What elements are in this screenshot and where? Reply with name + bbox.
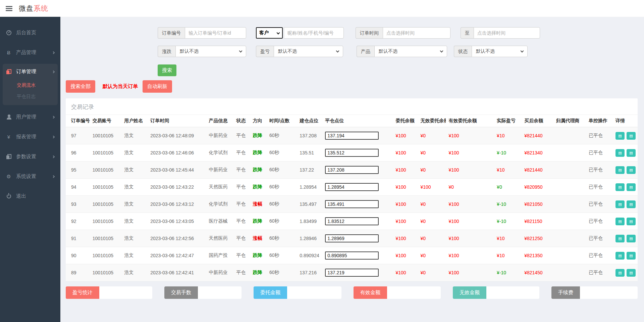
cell-status: 平仓 bbox=[234, 179, 250, 196]
brand-part2: 系统 bbox=[34, 4, 48, 12]
time-end-input[interactable] bbox=[474, 27, 540, 39]
detail-button[interactable]: ▤ bbox=[615, 149, 625, 157]
to-label: 至 bbox=[461, 27, 474, 39]
orders-icon bbox=[5, 69, 12, 74]
sidebar-item[interactable]: 退出 bbox=[0, 188, 60, 205]
stat-group-有效金额: 有效金额 bbox=[354, 286, 441, 299]
filter-select-box[interactable]: 默认不选 bbox=[175, 46, 246, 57]
close-price-input[interactable] bbox=[325, 149, 379, 157]
user-icon bbox=[5, 114, 12, 120]
close-price-input[interactable] bbox=[325, 234, 379, 242]
cell-invalid-entrust: ¥100 bbox=[418, 179, 446, 196]
cell-order-id: 91 bbox=[66, 230, 90, 247]
filter-select-box[interactable]: 默认不选 bbox=[374, 46, 447, 57]
cell-order-time: 2023-03-06 12:48:09 bbox=[148, 127, 206, 144]
detail-icon: ▤ bbox=[629, 168, 633, 172]
footer-stats: 盈亏统计交易手数委托金额有效金额无效金额手续费 bbox=[66, 286, 638, 299]
detail-button-2[interactable]: ▤ bbox=[627, 252, 636, 260]
cell-close-price bbox=[322, 213, 393, 230]
filter-select-box[interactable]: 默认不选 bbox=[472, 46, 528, 57]
cell-control-status: 已平仓 bbox=[586, 162, 613, 179]
table-row: 96 10010105 浩文 2023-03-06 12:46:06 化学试剂 … bbox=[66, 144, 638, 162]
cell-detail: ▤▤ bbox=[613, 247, 638, 264]
detail-button[interactable]: ▤ bbox=[615, 166, 625, 174]
stat-label: 委托金额 bbox=[254, 286, 287, 299]
detail-button-2[interactable]: ▤ bbox=[627, 269, 636, 277]
detail-button-2[interactable]: ▤ bbox=[627, 218, 636, 225]
search-all-button[interactable]: 搜索全部 bbox=[66, 80, 95, 93]
filter-select-box[interactable]: 默认不选 bbox=[274, 46, 343, 57]
sidebar-submenu: 订单管理交易流水平仓日志 bbox=[3, 64, 58, 105]
filter-select-涨跌: 涨跌默认不选 bbox=[158, 46, 246, 57]
cell-agent bbox=[553, 264, 586, 281]
sidebar-item[interactable]: 参数设置 bbox=[0, 148, 60, 165]
column-header: 交易账号 bbox=[90, 115, 121, 127]
close-price-input[interactable] bbox=[325, 217, 379, 225]
chevron-down-icon bbox=[521, 49, 524, 53]
detail-button[interactable]: ▤ bbox=[615, 218, 625, 225]
cell-valid-entrust: ¥100 bbox=[446, 247, 494, 264]
close-price-input[interactable] bbox=[325, 269, 379, 277]
cell-detail: ▤▤ bbox=[613, 264, 638, 281]
direction-cell: 跌降 bbox=[250, 144, 267, 162]
sidebar-item[interactable]: ¥报表管理 bbox=[0, 128, 60, 145]
detail-button[interactable]: ▤ bbox=[615, 252, 625, 260]
client-type-select[interactable]: 客户 bbox=[256, 27, 283, 39]
column-header: 用户姓名 bbox=[121, 115, 148, 127]
column-header: 买后余额 bbox=[522, 115, 553, 127]
sidebar-item[interactable]: ⚙系统设置 bbox=[0, 168, 60, 185]
filter-select-label: 产品 bbox=[357, 46, 374, 57]
cell-valid-entrust: ¥100 bbox=[446, 213, 494, 230]
detail-button-2[interactable]: ▤ bbox=[627, 200, 636, 208]
detail-icon: ▤ bbox=[629, 202, 633, 206]
order-no-filter: 订单编号 bbox=[158, 27, 246, 39]
power-icon bbox=[5, 194, 12, 198]
cell-status: 平仓 bbox=[234, 213, 250, 230]
search-button[interactable]: 搜索 bbox=[158, 64, 176, 76]
sidebar-item[interactable]: 订单管理 bbox=[3, 64, 58, 80]
close-price-input[interactable] bbox=[325, 200, 379, 208]
close-price-input[interactable] bbox=[325, 166, 379, 174]
cell-agent bbox=[553, 247, 586, 264]
card-title: 交易记录 bbox=[66, 98, 638, 115]
detail-button-2[interactable]: ▤ bbox=[627, 235, 636, 242]
detail-icon: ▤ bbox=[629, 254, 633, 258]
detail-button[interactable]: ▤ bbox=[615, 132, 625, 140]
cell-user-name: 浩文 bbox=[121, 247, 148, 264]
sidebar-subitem[interactable]: 交易流水 bbox=[3, 80, 58, 91]
detail-button-2[interactable]: ▤ bbox=[627, 166, 636, 174]
client-search-input[interactable] bbox=[284, 27, 344, 39]
cell-invalid-entrust: ¥0 bbox=[418, 127, 446, 144]
detail-button[interactable]: ▤ bbox=[615, 269, 625, 277]
stat-value-field bbox=[486, 286, 539, 299]
auto-refresh-button[interactable]: 自动刷新 bbox=[143, 80, 172, 93]
cell-status: 平仓 bbox=[234, 127, 250, 144]
cell-invalid-entrust: ¥0 bbox=[418, 230, 446, 247]
cell-control-status: 已平仓 bbox=[586, 127, 613, 144]
detail-button-2[interactable]: ▤ bbox=[627, 132, 636, 140]
profit-cell: ¥10 bbox=[494, 230, 522, 247]
cell-entrust-balance: ¥100 bbox=[393, 264, 418, 281]
sidebar-item[interactable]: 用户管理 bbox=[0, 108, 60, 126]
detail-button[interactable]: ▤ bbox=[615, 183, 625, 191]
detail-button[interactable]: ▤ bbox=[615, 235, 625, 242]
profit-cell: ¥-10 bbox=[494, 144, 522, 162]
close-price-input[interactable] bbox=[325, 183, 379, 191]
sidebar-item[interactable]: Ƀ产品管理 bbox=[0, 44, 60, 61]
column-header: 详情 bbox=[613, 115, 638, 127]
cell-status: 平仓 bbox=[234, 230, 250, 247]
cell-close-price bbox=[322, 264, 393, 281]
detail-button-2[interactable]: ▤ bbox=[627, 183, 636, 191]
detail-icon: ▤ bbox=[618, 236, 622, 240]
order-no-input[interactable] bbox=[185, 27, 246, 39]
detail-button[interactable]: ▤ bbox=[615, 200, 625, 208]
cell-invalid-entrust: ¥0 bbox=[418, 196, 446, 213]
sidebar-item[interactable]: 后台首页 bbox=[0, 24, 60, 41]
close-price-input[interactable] bbox=[325, 251, 379, 260]
time-start-input[interactable] bbox=[383, 27, 450, 39]
detail-button-2[interactable]: ▤ bbox=[627, 149, 636, 157]
brand-logo: 微盘系统 bbox=[19, 4, 48, 13]
sidebar-subitem[interactable]: 平仓日志 bbox=[3, 91, 58, 102]
close-price-input[interactable] bbox=[325, 132, 379, 140]
hamburger-menu-icon[interactable] bbox=[6, 6, 12, 11]
